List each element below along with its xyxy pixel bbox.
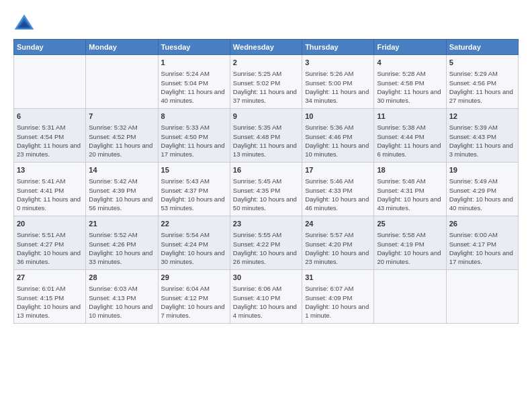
calendar-cell: 12Sunrise: 5:39 AM Sunset: 4:43 PM Dayli… <box>446 109 518 163</box>
calendar-cell <box>446 270 518 324</box>
day-number: 14 <box>89 165 154 175</box>
calendar-cell: 7Sunrise: 5:32 AM Sunset: 4:52 PM Daylig… <box>86 109 158 163</box>
day-info: Sunrise: 5:35 AM Sunset: 4:48 PM Dayligh… <box>233 123 299 158</box>
day-number: 9 <box>233 111 299 122</box>
logo <box>13 13 38 32</box>
day-info: Sunrise: 6:06 AM Sunset: 4:10 PM Dayligh… <box>233 284 299 320</box>
calendar-cell: 4Sunrise: 5:28 AM Sunset: 4:58 PM Daylig… <box>374 55 446 109</box>
day-number: 12 <box>449 111 515 122</box>
day-info: Sunrise: 5:36 AM Sunset: 4:46 PM Dayligh… <box>305 123 371 158</box>
week-row-5: 27Sunrise: 6:01 AM Sunset: 4:15 PM Dayli… <box>14 270 519 324</box>
day-info: Sunrise: 5:39 AM Sunset: 4:43 PM Dayligh… <box>449 123 515 158</box>
day-number: 8 <box>161 111 227 122</box>
day-number: 2 <box>233 58 299 68</box>
day-number: 7 <box>89 111 154 122</box>
day-number: 4 <box>377 58 443 68</box>
day-number: 13 <box>17 165 83 175</box>
calendar-cell: 6Sunrise: 5:31 AM Sunset: 4:54 PM Daylig… <box>14 109 86 163</box>
header-day-wednesday: Wednesday <box>230 40 302 55</box>
day-number: 29 <box>161 273 227 283</box>
calendar-cell: 21Sunrise: 5:52 AM Sunset: 4:26 PM Dayli… <box>86 216 158 270</box>
calendar-cell: 1Sunrise: 5:24 AM Sunset: 5:04 PM Daylig… <box>158 55 230 109</box>
calendar-cell: 25Sunrise: 5:58 AM Sunset: 4:19 PM Dayli… <box>374 216 446 270</box>
day-info: Sunrise: 5:45 AM Sunset: 4:35 PM Dayligh… <box>233 177 299 212</box>
day-number: 17 <box>305 165 371 175</box>
day-number: 26 <box>449 219 515 229</box>
calendar-body: 1Sunrise: 5:24 AM Sunset: 5:04 PM Daylig… <box>14 55 519 324</box>
logo-icon <box>13 13 35 32</box>
day-number: 16 <box>233 165 299 175</box>
day-info: Sunrise: 5:57 AM Sunset: 4:20 PM Dayligh… <box>305 230 371 266</box>
day-info: Sunrise: 5:55 AM Sunset: 4:22 PM Dayligh… <box>233 230 299 266</box>
header-day-saturday: Saturday <box>446 40 518 55</box>
day-info: Sunrise: 5:26 AM Sunset: 5:00 PM Dayligh… <box>305 69 371 105</box>
calendar-cell: 27Sunrise: 6:01 AM Sunset: 4:15 PM Dayli… <box>14 270 86 324</box>
day-number: 30 <box>233 273 299 283</box>
day-info: Sunrise: 5:43 AM Sunset: 4:37 PM Dayligh… <box>161 177 227 212</box>
day-number: 23 <box>233 219 299 229</box>
day-info: Sunrise: 5:49 AM Sunset: 4:29 PM Dayligh… <box>449 177 515 212</box>
header-row: SundayMondayTuesdayWednesdayThursdayFrid… <box>14 40 519 55</box>
calendar-cell: 10Sunrise: 5:36 AM Sunset: 4:46 PM Dayli… <box>302 109 374 163</box>
calendar-cell: 16Sunrise: 5:45 AM Sunset: 4:35 PM Dayli… <box>230 163 302 216</box>
day-info: Sunrise: 5:52 AM Sunset: 4:26 PM Dayligh… <box>89 230 154 266</box>
calendar-cell: 23Sunrise: 5:55 AM Sunset: 4:22 PM Dayli… <box>230 216 302 270</box>
day-info: Sunrise: 5:54 AM Sunset: 4:24 PM Dayligh… <box>161 230 227 266</box>
day-info: Sunrise: 5:58 AM Sunset: 4:19 PM Dayligh… <box>377 230 443 266</box>
day-info: Sunrise: 6:03 AM Sunset: 4:13 PM Dayligh… <box>89 284 154 320</box>
header-day-thursday: Thursday <box>302 40 374 55</box>
calendar-cell: 15Sunrise: 5:43 AM Sunset: 4:37 PM Dayli… <box>158 163 230 216</box>
calendar-cell: 22Sunrise: 5:54 AM Sunset: 4:24 PM Dayli… <box>158 216 230 270</box>
day-number: 24 <box>305 219 371 229</box>
calendar-cell <box>374 270 446 324</box>
calendar-cell: 18Sunrise: 5:48 AM Sunset: 4:31 PM Dayli… <box>374 163 446 216</box>
week-row-4: 20Sunrise: 5:51 AM Sunset: 4:27 PM Dayli… <box>14 216 519 270</box>
day-number: 6 <box>17 111 83 122</box>
day-number: 18 <box>377 165 443 175</box>
header-day-tuesday: Tuesday <box>158 40 230 55</box>
calendar-cell <box>14 55 86 109</box>
week-row-2: 6Sunrise: 5:31 AM Sunset: 4:54 PM Daylig… <box>14 109 519 163</box>
calendar-cell: 31Sunrise: 6:07 AM Sunset: 4:09 PM Dayli… <box>302 270 374 324</box>
day-number: 21 <box>89 219 154 229</box>
header-day-friday: Friday <box>374 40 446 55</box>
day-number: 22 <box>161 219 227 229</box>
calendar-cell: 26Sunrise: 6:00 AM Sunset: 4:17 PM Dayli… <box>446 216 518 270</box>
day-info: Sunrise: 6:00 AM Sunset: 4:17 PM Dayligh… <box>449 230 515 266</box>
calendar-cell: 30Sunrise: 6:06 AM Sunset: 4:10 PM Dayli… <box>230 270 302 324</box>
calendar-cell: 3Sunrise: 5:26 AM Sunset: 5:00 PM Daylig… <box>302 55 374 109</box>
day-number: 10 <box>305 111 371 122</box>
day-info: Sunrise: 5:46 AM Sunset: 4:33 PM Dayligh… <box>305 177 371 212</box>
day-info: Sunrise: 5:24 AM Sunset: 5:04 PM Dayligh… <box>161 69 227 105</box>
day-info: Sunrise: 6:04 AM Sunset: 4:12 PM Dayligh… <box>161 284 227 320</box>
calendar-cell: 13Sunrise: 5:41 AM Sunset: 4:41 PM Dayli… <box>14 163 86 216</box>
day-number: 11 <box>377 111 443 122</box>
calendar-cell: 5Sunrise: 5:29 AM Sunset: 4:56 PM Daylig… <box>446 55 518 109</box>
calendar-cell <box>86 55 158 109</box>
day-info: Sunrise: 5:32 AM Sunset: 4:52 PM Dayligh… <box>89 123 154 158</box>
calendar-cell: 2Sunrise: 5:25 AM Sunset: 5:02 PM Daylig… <box>230 55 302 109</box>
week-row-1: 1Sunrise: 5:24 AM Sunset: 5:04 PM Daylig… <box>14 55 519 109</box>
day-info: Sunrise: 6:01 AM Sunset: 4:15 PM Dayligh… <box>17 284 83 320</box>
calendar-cell: 24Sunrise: 5:57 AM Sunset: 4:20 PM Dayli… <box>302 216 374 270</box>
day-info: Sunrise: 5:33 AM Sunset: 4:50 PM Dayligh… <box>161 123 227 158</box>
day-number: 1 <box>161 58 227 68</box>
header-day-sunday: Sunday <box>14 40 86 55</box>
day-info: Sunrise: 5:25 AM Sunset: 5:02 PM Dayligh… <box>233 69 299 105</box>
calendar-header: SundayMondayTuesdayWednesdayThursdayFrid… <box>14 40 519 55</box>
calendar-table: SundayMondayTuesdayWednesdayThursdayFrid… <box>13 39 519 324</box>
day-info: Sunrise: 5:41 AM Sunset: 4:41 PM Dayligh… <box>17 177 83 212</box>
header-day-monday: Monday <box>86 40 158 55</box>
day-number: 19 <box>449 165 515 175</box>
day-info: Sunrise: 5:31 AM Sunset: 4:54 PM Dayligh… <box>17 123 83 158</box>
calendar-cell: 28Sunrise: 6:03 AM Sunset: 4:13 PM Dayli… <box>86 270 158 324</box>
header <box>13 13 519 32</box>
day-info: Sunrise: 5:51 AM Sunset: 4:27 PM Dayligh… <box>17 230 83 266</box>
calendar-cell: 11Sunrise: 5:38 AM Sunset: 4:44 PM Dayli… <box>374 109 446 163</box>
week-row-3: 13Sunrise: 5:41 AM Sunset: 4:41 PM Dayli… <box>14 163 519 216</box>
day-number: 31 <box>305 273 371 283</box>
day-info: Sunrise: 5:48 AM Sunset: 4:31 PM Dayligh… <box>377 177 443 212</box>
calendar-cell: 14Sunrise: 5:42 AM Sunset: 4:39 PM Dayli… <box>86 163 158 216</box>
day-info: Sunrise: 6:07 AM Sunset: 4:09 PM Dayligh… <box>305 284 371 320</box>
day-number: 25 <box>377 219 443 229</box>
